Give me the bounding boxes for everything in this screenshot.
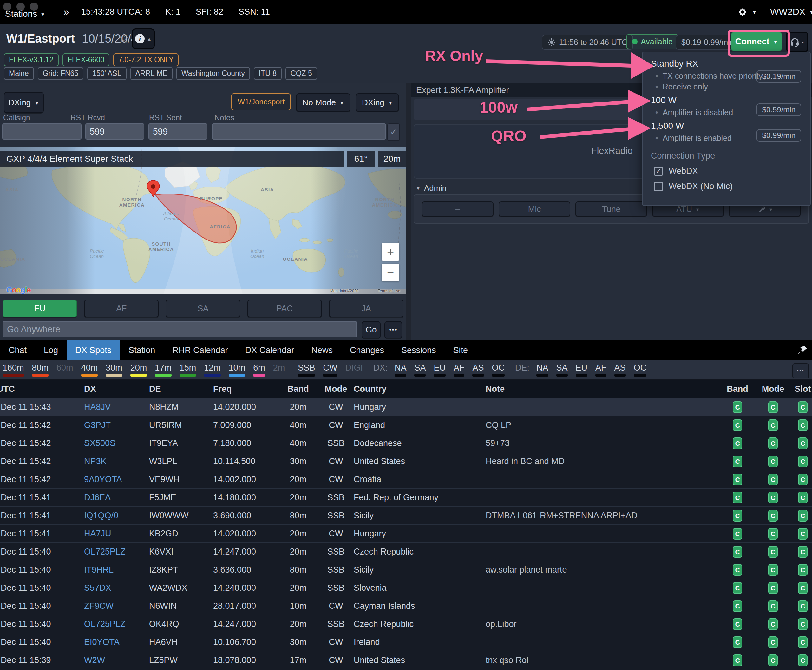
rst-rcvd-input[interactable] — [85, 124, 144, 140]
filter-dx-sa[interactable]: SA — [414, 362, 426, 377]
filter-band-20m[interactable]: 20m — [130, 362, 147, 377]
spot-freq[interactable]: 3.636.000 — [213, 561, 284, 579]
user-menu-button[interactable]: WW2DX ▼ — [770, 0, 812, 24]
map-terms-link[interactable]: Terms of Use — [378, 289, 400, 293]
filter-dx-oc[interactable]: OC — [492, 362, 505, 377]
slot-badge[interactable]: C — [798, 582, 807, 594]
filter-de-oc[interactable]: OC — [634, 362, 647, 377]
rst-sent-input[interactable] — [149, 124, 208, 140]
slot-badge[interactable]: C — [798, 528, 807, 540]
mode-slot-badge[interactable]: C — [768, 528, 778, 540]
admin-section-toggle[interactable]: ▼ Admin — [416, 184, 447, 193]
mode-slot-badge[interactable]: C — [768, 636, 778, 648]
mode-slot-badge[interactable]: C — [768, 564, 778, 576]
band-slot-badge[interactable]: C — [733, 655, 742, 666]
tab-site[interactable]: Site — [445, 340, 477, 360]
mode-slot-badge[interactable]: C — [768, 401, 778, 413]
band-slot-badge[interactable]: C — [733, 582, 742, 594]
spot-dx-link[interactable]: HA7JU — [84, 525, 147, 543]
spot-dx-link[interactable]: OL725PLZ — [84, 615, 147, 633]
map-zoom-out-button[interactable]: − — [382, 264, 399, 281]
slot-badge[interactable]: C — [798, 546, 807, 558]
filter-band-17m[interactable]: 17m — [155, 362, 172, 377]
band-slot-badge[interactable]: C — [733, 492, 742, 503]
audio-device-button[interactable]: ▼ — [786, 32, 808, 52]
spot-dx-link[interactable]: OL725PLZ — [84, 543, 147, 561]
go-anywhere-input[interactable] — [3, 321, 357, 337]
region-button-eu[interactable]: EU — [3, 300, 77, 317]
filter-mode-cw[interactable]: CW — [323, 362, 337, 377]
spot-freq[interactable]: 14.020.000 — [213, 398, 284, 416]
spot-dx-link[interactable]: IQ1QQ/0 — [84, 507, 147, 525]
spot-freq[interactable]: 18.078.000 — [213, 651, 284, 669]
go-button[interactable]: Go — [362, 321, 381, 338]
tab-changes[interactable]: Changes — [341, 340, 392, 360]
filter-band-160m[interactable]: 160m — [3, 362, 24, 377]
filter-band-12m[interactable]: 12m — [204, 362, 221, 377]
spot-freq[interactable]: 14.247.000 — [213, 615, 284, 633]
spot-dx-link[interactable]: 9A0YOTA — [84, 470, 147, 489]
spot-freq[interactable]: 7.009.000 — [213, 416, 284, 434]
admin-dash-button[interactable]: – — [422, 201, 494, 217]
tab-log[interactable]: Log — [35, 340, 67, 360]
tab-rhr-calendar[interactable]: RHR Calendar — [164, 340, 237, 360]
notes-input[interactable] — [212, 124, 386, 140]
spot-freq[interactable]: 14.240.000 — [213, 579, 284, 597]
filter-band-2m[interactable]: 2m — [273, 362, 285, 377]
slot-badge[interactable]: C — [798, 600, 807, 612]
tab-news[interactable]: News — [303, 340, 341, 360]
filter-band-10m[interactable]: 10m — [229, 362, 245, 377]
band-slot-badge[interactable]: C — [733, 420, 742, 431]
slot-badge[interactable]: C — [798, 636, 807, 648]
filter-de-as[interactable]: AS — [614, 362, 626, 377]
band-slot-badge[interactable]: C — [733, 600, 742, 612]
filter-mode-digi[interactable]: DIGI — [345, 362, 363, 377]
spot-dx-link[interactable]: HA8JV — [84, 398, 147, 416]
filter-more-button[interactable]: ••• — [792, 363, 809, 379]
filter-dx-af[interactable]: AF — [453, 362, 465, 377]
log-qso-button[interactable]: ✓ — [387, 124, 400, 141]
band-slot-badge[interactable]: C — [733, 401, 742, 413]
band-slot-badge[interactable]: C — [733, 455, 742, 467]
band-slot-badge[interactable]: C — [733, 510, 742, 521]
mode-slot-badge[interactable]: C — [768, 600, 778, 612]
tab-chat[interactable]: Chat — [0, 340, 35, 360]
mode-slot-badge[interactable]: C — [768, 455, 778, 467]
spot-dx-link[interactable]: S57DX — [84, 579, 147, 597]
filter-band-30m[interactable]: 30m — [106, 362, 122, 377]
spot-freq[interactable]: 10.106.700 — [213, 633, 284, 651]
region-button-sa[interactable]: SA — [166, 300, 240, 317]
region-button-af[interactable]: AF — [84, 300, 159, 317]
slot-badge[interactable]: C — [798, 618, 807, 630]
spot-freq[interactable]: 3.690.000 — [213, 507, 284, 525]
mode-slot-badge[interactable]: C — [768, 618, 778, 630]
go-more-button[interactable]: ••• — [384, 321, 402, 338]
mode-slot-badge[interactable]: C — [768, 437, 778, 449]
connect-button[interactable]: Connect ▼ — [731, 32, 782, 51]
mode-slot-badge[interactable]: C — [768, 420, 778, 431]
mode-slot-badge[interactable]: C — [768, 546, 778, 558]
connection-type-checkbox[interactable]: WebDX (No Mic) — [651, 181, 802, 191]
spot-dx-link[interactable]: ZF9CW — [84, 597, 147, 615]
spot-freq[interactable]: 28.017.000 — [213, 597, 284, 615]
connect-option[interactable]: Standby RX$0.19/min•TX connections have … — [651, 59, 802, 92]
region-button-pac[interactable]: PAC — [247, 300, 322, 317]
filter-band-6m[interactable]: 6m — [253, 362, 265, 377]
spot-dx-link[interactable]: IT9HRL — [84, 561, 147, 579]
station-info-button[interactable]: i ▲ — [132, 28, 155, 49]
callsign-input[interactable] — [2, 124, 81, 140]
slot-badge[interactable]: C — [798, 455, 807, 467]
band-slot-badge[interactable]: C — [733, 474, 742, 486]
filter-dx-na[interactable]: NA — [394, 362, 407, 377]
favorite-star-icon[interactable]: ☆ — [118, 31, 129, 46]
filter-dx-eu[interactable]: EU — [434, 362, 446, 377]
tab-sessions[interactable]: Sessions — [392, 340, 445, 360]
filter-band-80m[interactable]: 80m — [32, 362, 49, 377]
slot-badge[interactable]: C — [798, 474, 807, 486]
azimuth-map[interactable]: ASIANORTHAMERICAEUROPEASIANORTHAMERICAAt… — [0, 147, 406, 294]
mode-slot-badge[interactable]: C — [768, 655, 778, 666]
mode-slot-badge[interactable]: C — [768, 492, 778, 503]
slot-badge[interactable]: C — [798, 655, 807, 666]
pin-icon[interactable] — [797, 345, 808, 355]
connect-option[interactable]: 1,500 W$0.99/min•Amplifier is enabled — [651, 121, 802, 144]
